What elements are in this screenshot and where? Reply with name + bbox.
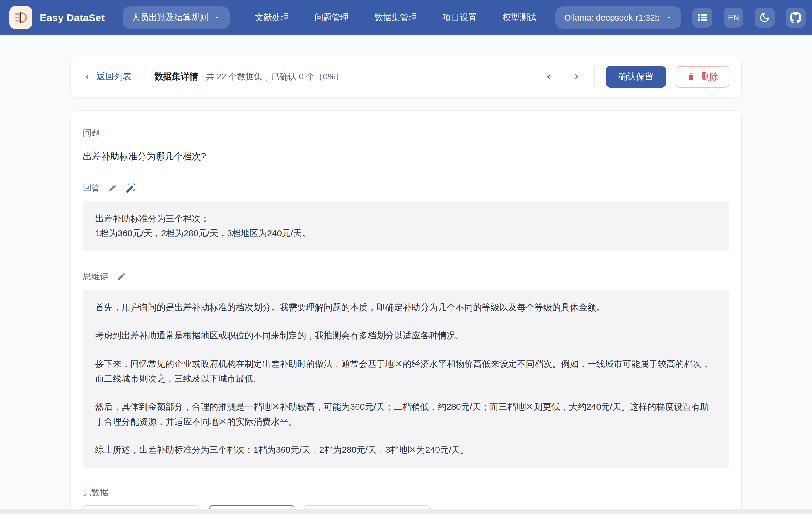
model-selector-dropdown[interactable]: Ollama: deepseek-r1:32b (555, 6, 682, 29)
dark-mode-toggle-button[interactable] (755, 8, 775, 28)
nav-item-dataset-management[interactable]: 数据集管理 (374, 12, 417, 24)
dataset-toolbar: 返回列表 数据集详情 共 22 个数据集，已确认 0 个（0%） 确认保留 删除 (70, 56, 742, 97)
model-selector-label: Ollama: deepseek-r1:32b (564, 13, 660, 23)
pencil-icon (117, 272, 126, 281)
delete-label: 删除 (701, 70, 719, 83)
github-link-button[interactable] (786, 8, 806, 28)
cot-paragraph: 首先，用户询问的是出差补助标准的档次划分。我需要理解问题的本质，即确定补助分为几… (95, 300, 717, 315)
chevron-left-icon (544, 72, 554, 82)
pencil-icon (108, 183, 117, 193)
answer-line: 1档为360元/天，2档为280元/天，3档地区为240元/天。 (95, 226, 717, 240)
chevron-right-icon (572, 72, 581, 82)
nav-item-model-testing[interactable]: 模型测试 (502, 12, 536, 24)
cot-paragraph: 然后，具体到金额部分，合理的推测是一档地区补助较高，可能为360元/天；二档稍低… (95, 399, 717, 429)
project-selector-dropdown[interactable]: 人员出勤及结算规则 (123, 6, 230, 29)
chain-of-thought-box: 首先，用户询问的是出差补助标准的档次划分。我需要理解问题的本质，即确定补助分为几… (83, 289, 729, 468)
chain-of-thought-label: 思维链 (83, 271, 108, 283)
answer-label: 回答 (83, 182, 100, 194)
cot-paragraph: 接下来，回忆常见的企业或政府机构在制定出差补助时的做法，通常会基于地区的经济水平… (95, 356, 717, 386)
language-label: EN (728, 13, 740, 22)
github-icon (790, 12, 802, 24)
chevron-down-icon (213, 14, 221, 21)
cot-paragraph: 综上所述，出差补助标准分为三个档次：1档为360元/天，2档为280元/天，3档… (95, 442, 717, 457)
language-toggle-button[interactable]: EN (724, 8, 744, 28)
back-to-list-label: 返回列表 (96, 70, 132, 83)
toolbar-divider (143, 67, 143, 86)
cot-paragraph: 考虑到出差补助通常是根据地区或职位的不同来制定的，我推测会有多档划分以适应各种情… (95, 328, 717, 343)
confirm-keep-button[interactable]: 确认保留 (606, 66, 666, 88)
edit-answer-button[interactable] (108, 183, 117, 193)
previous-dataset-button[interactable] (542, 70, 556, 84)
project-selector-label: 人员出勤及结算规则 (132, 12, 208, 24)
chevron-left-icon (83, 73, 92, 81)
back-to-list-button[interactable]: 返回列表 (83, 70, 132, 83)
answer-header-row: 回答 (83, 182, 729, 194)
question-text: 出差补助标准分为哪几个档次? (83, 150, 729, 163)
nav-item-text-processing[interactable]: 文献处理 (255, 12, 289, 24)
nav-item-project-settings[interactable]: 项目设置 (443, 12, 476, 24)
main-nav: 文献处理 问题管理 数据集管理 项目设置 模型测试 (255, 12, 536, 24)
metadata-label: 元数据 (83, 487, 729, 498)
trash-icon (686, 72, 696, 82)
dataset-count-summary: 共 22 个数据集，已确认 0 个（0%） (206, 71, 344, 83)
easy-dataset-logo-icon (14, 11, 28, 24)
app-logo (9, 6, 32, 29)
task-list-button[interactable] (693, 8, 713, 28)
top-navbar: Easy DataSet 人员出勤及结算规则 文献处理 问题管理 数据集管理 项… (0, 0, 812, 35)
next-dataset-button[interactable] (570, 70, 583, 84)
dataset-detail-card: 问题 出差补助标准分为哪几个档次? 回答 出差补助标准分为三个档次： 1档为36… (70, 111, 742, 514)
answer-box: 出差补助标准分为三个档次： 1档为360元/天，2档为280元/天，3档地区为2… (83, 201, 729, 251)
toolbar-divider (594, 67, 595, 86)
nav-item-question-management[interactable]: 问题管理 (315, 12, 349, 24)
page-bottom-strip (0, 509, 812, 514)
cot-header-row: 思维链 (83, 271, 729, 283)
ai-optimize-answer-button[interactable] (126, 182, 136, 193)
app-title: Easy DataSet (40, 12, 105, 24)
task-list-icon (697, 12, 708, 23)
edit-cot-button[interactable] (117, 272, 126, 281)
moon-icon (759, 12, 770, 23)
page-content: 返回列表 数据集详情 共 22 个数据集，已确认 0 个（0%） 确认保留 删除… (0, 56, 812, 514)
chevron-down-icon (665, 14, 673, 21)
answer-line: 出差补助标准分为三个档次： (95, 211, 717, 226)
question-label: 问题 (83, 127, 729, 139)
delete-button[interactable]: 删除 (676, 66, 729, 88)
page-title: 数据集详情 (154, 70, 198, 83)
magic-wand-icon (126, 182, 136, 193)
